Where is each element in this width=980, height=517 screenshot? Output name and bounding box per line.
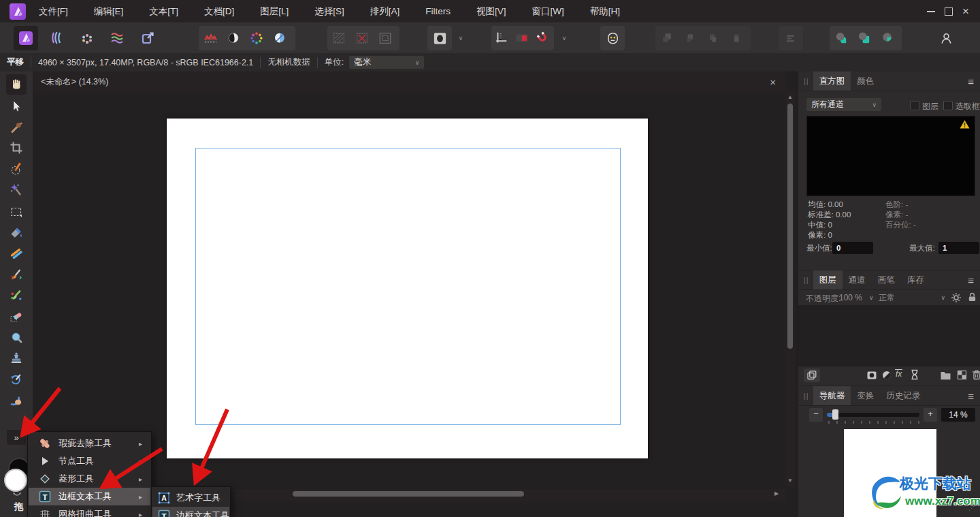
move-to-front-button[interactable] — [655, 26, 679, 50]
select-all-button[interactable] — [327, 26, 350, 50]
erase-brush-tool[interactable] — [6, 307, 27, 328]
menu-view[interactable]: 视图[V] — [463, 0, 519, 22]
menu-item-node-tool[interactable]: 节点工具 ▸ — [29, 452, 150, 470]
layer-lock-icon[interactable] — [967, 292, 977, 302]
menu-edit[interactable]: 编辑[E] — [81, 0, 137, 22]
auto-white-balance-button[interactable] — [268, 26, 291, 50]
mask-layer-button[interactable] — [427, 26, 452, 50]
delete-layer-trash-button[interactable] — [972, 369, 980, 380]
view-tool[interactable] — [6, 74, 27, 95]
smudge-tool[interactable] — [6, 390, 27, 411]
tab-stock[interactable]: 库存 — [901, 270, 930, 289]
develop-persona-button[interactable] — [75, 26, 99, 50]
tab-navigator[interactable]: 导航器 — [813, 386, 851, 405]
tone-mapping-persona-button[interactable] — [105, 26, 129, 50]
boolean-intersect-button[interactable] — [876, 26, 899, 50]
group-layers-button[interactable] — [940, 370, 951, 380]
menu-filters[interactable]: Filters — [412, 0, 463, 22]
selection-brush-tool[interactable] — [6, 159, 27, 179]
menu-window[interactable]: 窗口[W] — [519, 0, 577, 22]
menu-document[interactable]: 文档[D] — [191, 0, 247, 22]
clone-brush-tool[interactable] — [6, 348, 27, 369]
marquee-checkbox[interactable] — [943, 101, 953, 110]
more-tools-button[interactable]: » — [7, 430, 26, 445]
tab-transform[interactable]: 变换 — [851, 386, 880, 405]
boolean-add-button[interactable] — [830, 26, 853, 50]
menu-select[interactable]: 选择[S] — [301, 0, 357, 22]
minimize-button[interactable] — [927, 11, 935, 12]
gradient-tool[interactable] — [6, 243, 27, 264]
menu-file[interactable]: 文件[F] — [26, 0, 81, 22]
tab-colour[interactable]: 颜色 — [851, 72, 880, 91]
move-backward-button[interactable] — [702, 26, 725, 50]
tab-channels[interactable]: 通道 — [843, 270, 872, 289]
menu-item-frame-text-tool[interactable]: T 边框文本工具 ▸ — [29, 488, 150, 505]
zoom-out-button[interactable]: − — [809, 408, 823, 422]
move-to-back-button[interactable] — [725, 26, 748, 50]
menu-item-mesh-warp-tool[interactable]: 网格扭曲工具 ▸ — [29, 505, 150, 517]
colour-picker-tool[interactable] — [6, 117, 27, 138]
rotation-reset-button[interactable] — [512, 26, 532, 50]
flood-fill-tool[interactable] — [6, 223, 27, 243]
panel-resize-grip[interactable]: ⋰ — [968, 505, 975, 512]
zoom-slider-track[interactable] — [827, 413, 919, 417]
guides-manager-button[interactable] — [491, 26, 512, 50]
warning-icon[interactable] — [960, 120, 970, 129]
live-filter-fx-button[interactable]: fx — [895, 369, 902, 379]
menu-item-blemish-removal[interactable]: 瑕疵去除工具 ▸ — [29, 435, 150, 452]
max-value-input[interactable]: 1 — [938, 242, 979, 254]
photo-persona-button[interactable] — [14, 26, 38, 50]
scroll-down-icon[interactable]: ▼ — [787, 478, 793, 484]
close-button[interactable]: × — [962, 8, 969, 15]
panel-grip-icon[interactable]: || — [804, 77, 809, 85]
deselect-button[interactable] — [350, 26, 374, 50]
menu-item-artistic-text-tool[interactable]: A 艺术字工具 — [152, 489, 229, 507]
auto-contrast-button[interactable] — [222, 26, 245, 50]
menu-layer[interactable]: 图层[L] — [247, 0, 301, 22]
menu-item-diamond-tool[interactable]: 菱形工具 ▸ — [29, 470, 150, 488]
horizontal-scroll-thumb[interactable] — [293, 491, 524, 497]
flood-select-tool[interactable] — [6, 180, 27, 200]
layers-checkbox[interactable] — [910, 101, 919, 110]
document-tab-close-icon[interactable]: × — [770, 76, 776, 88]
live-filter-hourglass-button[interactable] — [910, 369, 919, 380]
assistant-button[interactable] — [600, 26, 625, 50]
crop-tool[interactable] — [6, 138, 27, 158]
zoom-percentage-input[interactable]: 14 % — [941, 408, 975, 422]
paint-brush-tool[interactable] — [6, 265, 27, 285]
layer-settings-gear-icon[interactable] — [951, 292, 962, 303]
menu-item-frame-text-tool-sub[interactable]: T 边框文本工具 — [152, 507, 229, 517]
add-pixel-layer-button[interactable] — [957, 370, 967, 380]
adjustment-layer-button[interactable] — [881, 370, 892, 381]
tab-layers[interactable]: 图层 — [813, 270, 843, 289]
blur-tool[interactable] — [6, 328, 27, 348]
navigator-thumbnail[interactable] — [844, 429, 936, 517]
zoom-slider-handle[interactable] — [832, 409, 838, 420]
boolean-subtract-button[interactable] — [853, 26, 876, 50]
mask-options-chevron[interactable]: ∨ — [452, 26, 463, 50]
auto-levels-button[interactable] — [199, 26, 222, 50]
pixel-tool[interactable] — [6, 285, 27, 306]
channel-dropdown[interactable]: 所有通道 ∨ — [806, 98, 881, 111]
tab-brushes[interactable]: 画笔 — [872, 270, 901, 289]
duplicate-layer-button[interactable] — [804, 369, 820, 382]
mask-layer-small-button[interactable] — [866, 370, 877, 381]
account-button[interactable] — [934, 26, 958, 50]
vertical-scroll-thumb[interactable] — [787, 104, 793, 349]
tab-history[interactable]: 历史记录 — [880, 386, 926, 405]
foreground-colour-swatch[interactable] — [4, 469, 27, 492]
swap-colours-icon[interactable] — [12, 492, 22, 498]
scroll-right-icon[interactable]: ▶ — [774, 491, 779, 497]
export-persona-button[interactable] — [136, 26, 161, 50]
tab-histogram[interactable]: 直方图 — [813, 72, 851, 91]
panel-menu-icon[interactable]: ≡ — [968, 275, 974, 286]
snapping-magnet-button[interactable] — [532, 26, 553, 50]
zoom-in-button[interactable]: + — [924, 408, 937, 422]
move-forward-button[interactable] — [679, 26, 702, 50]
menu-arrange[interactable]: 排列[A] — [357, 0, 413, 22]
min-value-input[interactable]: 0 — [832, 242, 873, 254]
scroll-up-icon[interactable]: ▲ — [785, 95, 795, 100]
panel-menu-icon[interactable]: ≡ — [968, 390, 974, 402]
panel-menu-icon[interactable]: ≡ — [968, 76, 974, 87]
panel-grip-icon[interactable]: || — [804, 392, 809, 400]
